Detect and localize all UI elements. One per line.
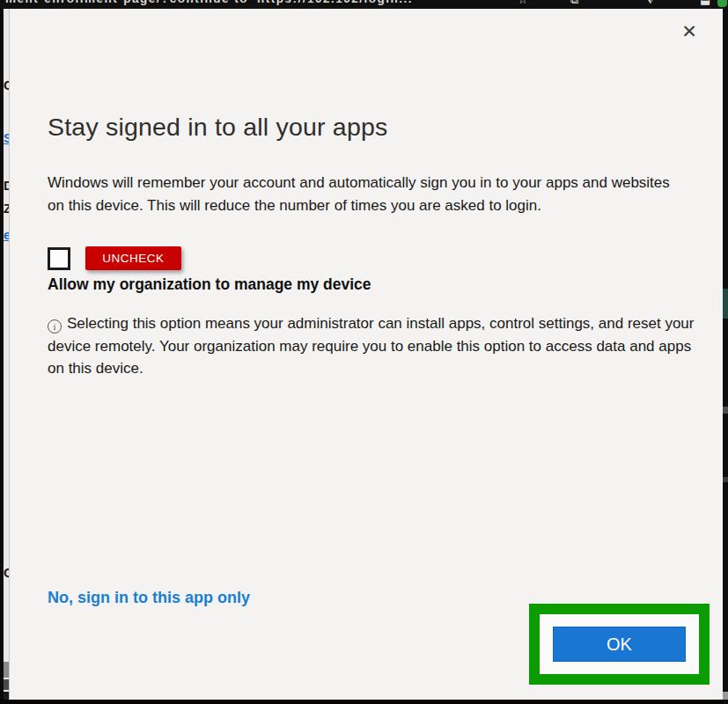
ok-button[interactable]: OK bbox=[553, 627, 686, 662]
address-bar[interactable]: ment-enrollment-page/?continue to 'https… bbox=[0, 0, 728, 9]
favorites-star-icon[interactable]: ☆ bbox=[518, 0, 528, 6]
window-edge-right-fragments bbox=[723, 9, 728, 704]
profile-icon[interactable]: ⧨ bbox=[645, 0, 656, 7]
info-icon: i bbox=[48, 319, 62, 334]
background-page-fragment bbox=[723, 407, 728, 414]
dialog-title: Stay signed in to all your apps bbox=[48, 113, 387, 142]
manage-device-label[interactable]: Allow my organization to manage my devic… bbox=[48, 275, 371, 294]
address-url-text: ment-enrollment-page/?continue to 'https… bbox=[5, 0, 417, 5]
sign-in-this-app-only-link[interactable]: No, sign in to this app only bbox=[48, 589, 250, 607]
background-page-fragment bbox=[723, 477, 728, 482]
dialog-description: Windows will remember your account and a… bbox=[48, 172, 690, 216]
highlight-annotation-box: OK bbox=[529, 604, 710, 685]
window-edge-bottom bbox=[0, 700, 728, 704]
uncheck-annotation-badge: UNCHECK bbox=[85, 246, 181, 270]
collections-icon[interactable]: ⧉ bbox=[570, 0, 578, 7]
sidebar-icon[interactable]: ⬓ bbox=[700, 0, 710, 6]
screenshot-root: ment-enrollment-page/?continue to 'https… bbox=[0, 0, 728, 704]
info-block: iSelecting this option means your admini… bbox=[48, 312, 697, 380]
stay-signed-in-dialog: ✕ Stay signed in to all your apps Window… bbox=[9, 9, 723, 700]
presence-dot-icon bbox=[717, 0, 727, 7]
background-page-fragment bbox=[723, 289, 728, 319]
manage-device-checkbox[interactable] bbox=[48, 247, 70, 270]
close-button[interactable]: ✕ bbox=[679, 21, 700, 42]
background-page-fragment bbox=[723, 692, 728, 700]
info-text: Selecting this option means your adminis… bbox=[48, 315, 694, 377]
